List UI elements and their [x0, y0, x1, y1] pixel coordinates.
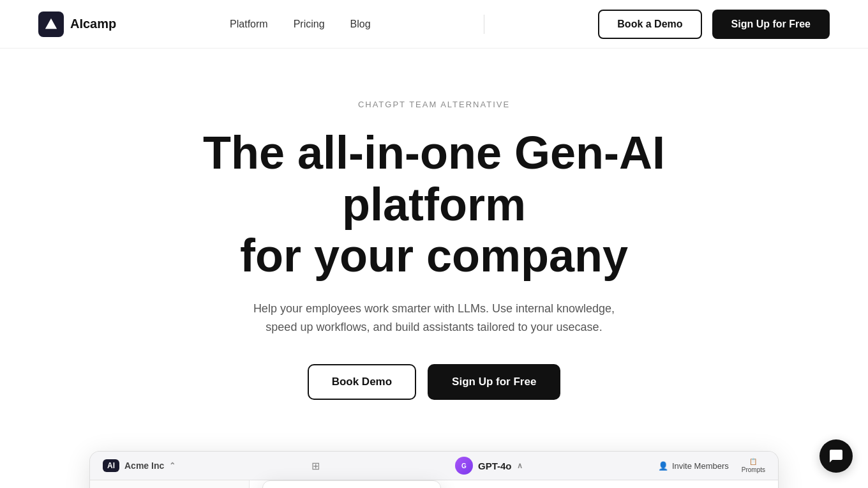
workspace-badge: AI	[103, 459, 119, 472]
model-chevron-icon: ∧	[517, 461, 523, 470]
hero-title-line1: The all-in-one Gen-AI platform	[203, 127, 665, 230]
app-topbar-center: G GPT-4o ∧	[455, 457, 523, 475]
screenshot-wrapper: AI Acme Inc ⌃ ⊞ G GPT-4o ∧ 👤 Invite Memb…	[51, 451, 817, 488]
book-demo-button[interactable]: Book a Demo	[598, 10, 701, 39]
invite-icon: 👤	[658, 461, 668, 471]
prompts-button[interactable]: 📋 Prompts	[742, 458, 765, 473]
nav-link-platform[interactable]: Platform	[230, 19, 268, 30]
nav-divider	[484, 15, 484, 34]
nav-link-pricing[interactable]: Pricing	[294, 19, 325, 30]
invite-label: Invite Members	[672, 461, 729, 471]
hero-title-line2: for your company	[240, 230, 628, 281]
hero-title: The all-in-one Gen-AI platform for your …	[160, 127, 708, 282]
chat-bubble-icon	[828, 448, 844, 464]
sidebar-toggle-icon[interactable]: ⊞	[311, 460, 320, 472]
logo-icon	[38, 11, 64, 37]
prompts-icon: 📋	[749, 458, 757, 465]
chevron-down-icon: ⌃	[169, 461, 176, 470]
app-topbar: AI Acme Inc ⌃ ⊞ G GPT-4o ∧ 👤 Invite Memb…	[90, 452, 778, 480]
hero-section: ChatGPT Team Alternative The all-in-one …	[147, 49, 721, 438]
app-topbar-left: AI Acme Inc ⌃	[103, 459, 176, 472]
model-dropdown: Workspace Models G GPT-4o 128K G GPT-4o-…	[262, 480, 441, 488]
screenshot-frame: AI Acme Inc ⌃ ⊞ G GPT-4o ∧ 👤 Invite Memb…	[89, 451, 779, 488]
hero-badge: ChatGPT Team Alternative	[160, 100, 708, 109]
invite-members-button[interactable]: 👤 Invite Members	[658, 461, 729, 471]
hero-subtitle: Help your employees work smarter with LL…	[236, 300, 632, 337]
workspace-name: Acme Inc	[124, 461, 164, 471]
logo-link[interactable]: AIcamp	[38, 11, 116, 37]
prompts-label: Prompts	[742, 466, 765, 473]
nav-link-blog[interactable]: Blog	[350, 19, 371, 30]
logo-svg	[44, 17, 58, 31]
topbar-layout-btn: ⊞	[311, 460, 320, 472]
navbar: AIcamp Platform Pricing Blog Book a Demo…	[0, 0, 868, 49]
app-main: Workspace Models G GPT-4o 128K G GPT-4o-…	[250, 480, 778, 488]
model-icon: G	[455, 457, 473, 475]
hero-signup-button[interactable]: Sign Up for Free	[428, 364, 560, 400]
nav-actions: Book a Demo Sign Up for Free	[598, 10, 830, 39]
model-selected-label[interactable]: GPT-4o	[478, 461, 512, 471]
svg-marker-0	[45, 18, 57, 29]
chat-support-button[interactable]	[819, 439, 853, 473]
hero-buttons: Book Demo Sign Up for Free	[160, 364, 708, 400]
app-topbar-right: 👤 Invite Members 📋 Prompts	[658, 458, 765, 473]
signup-nav-button[interactable]: Sign Up for Free	[712, 10, 830, 39]
app-sidebar: 💬 New Chat 🤖 Create Assistant 👥 Create T…	[90, 480, 250, 488]
nav-links: Platform Pricing Blog	[230, 19, 371, 30]
logo-text: AIcamp	[70, 17, 116, 31]
hero-book-demo-button[interactable]: Book Demo	[308, 364, 416, 400]
app-body: 💬 New Chat 🤖 Create Assistant 👥 Create T…	[90, 480, 778, 488]
dropdown-header: Workspace Models	[263, 481, 440, 488]
